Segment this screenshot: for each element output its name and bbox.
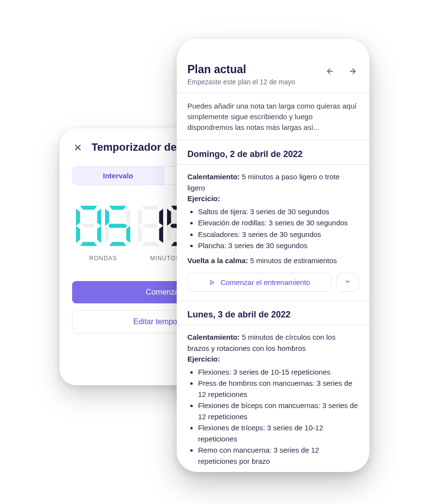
svg-marker-3 xyxy=(81,224,96,228)
list-item: Flexiones: 3 series de 10-15 repeticione… xyxy=(198,367,359,378)
day-block: Lunes, 3 de abril de 2022 Calentamiento:… xyxy=(177,301,369,472)
list-item: Remo con mancuerna: 3 series de 12 repet… xyxy=(198,445,359,467)
warmup-label: Calentamiento: xyxy=(187,333,240,341)
chevron-down-icon xyxy=(344,278,351,287)
rounds-digits[interactable] xyxy=(76,205,130,246)
close-icon[interactable]: ✕ xyxy=(72,142,84,153)
svg-marker-20 xyxy=(142,242,159,246)
svg-marker-16 xyxy=(159,209,163,226)
svg-marker-5 xyxy=(97,226,101,243)
play-icon xyxy=(209,279,215,286)
svg-marker-10 xyxy=(108,224,127,228)
svg-marker-6 xyxy=(80,242,97,246)
plan-nav xyxy=(324,63,359,77)
day-more-button[interactable] xyxy=(336,273,359,292)
svg-marker-1 xyxy=(76,209,80,226)
rounds-label: RONDAS xyxy=(89,255,117,262)
day-body: Calentamiento: 5 minutos de círculos con… xyxy=(177,325,369,467)
svg-marker-2 xyxy=(97,209,101,226)
list-item: Flexiones de bíceps con mancuernas: 3 se… xyxy=(198,400,359,422)
svg-marker-0 xyxy=(80,205,97,209)
list-item: Escaladores: 3 series de 30 segundos xyxy=(198,229,359,240)
svg-marker-25 xyxy=(167,226,171,243)
svg-marker-15 xyxy=(138,209,142,226)
tab-interval[interactable]: Intervalo xyxy=(72,166,164,185)
warmup-label: Calentamiento: xyxy=(187,173,240,181)
svg-marker-17 xyxy=(143,224,158,228)
start-workout-button[interactable]: Comenzar el entrenamiento xyxy=(187,273,332,292)
day-body: Calentamiento: 5 minutos a paso ligero o… xyxy=(177,165,369,266)
list-item: Press de hombros con mancuernas: 3 serie… xyxy=(198,378,359,400)
arrow-left-icon[interactable] xyxy=(324,66,335,77)
arrow-right-icon[interactable] xyxy=(348,66,359,77)
svg-marker-19 xyxy=(159,226,163,243)
plan-header: Plan actual Empezaste este plan el 12 de… xyxy=(177,39,369,93)
svg-marker-4 xyxy=(76,226,80,243)
exercise-list: Flexiones: 3 series de 10-15 repeticione… xyxy=(187,367,359,467)
page-title: Plan actual xyxy=(187,63,295,76)
list-item: Flexiones de tríceps: 3 series de 10-12 … xyxy=(198,423,359,444)
svg-marker-9 xyxy=(126,209,130,226)
minutes-label: MINUTOS xyxy=(150,255,180,262)
svg-marker-13 xyxy=(109,242,126,246)
svg-marker-22 xyxy=(167,209,171,226)
svg-marker-7 xyxy=(109,205,126,209)
day-block: Domingo, 2 de abril de 2022 Calentamient… xyxy=(177,141,369,301)
list-item: Saltos de tijera: 3 series de 30 segundo… xyxy=(198,206,359,218)
start-workout-label: Comenzar el entrenamiento xyxy=(220,278,310,286)
plan-note[interactable]: Puedes añadir una nota tan larga como qu… xyxy=(177,93,369,141)
day-actions: Comenzar el entrenamiento xyxy=(177,266,369,292)
cooldown-label: Vuelta a la calma: xyxy=(187,256,248,265)
svg-marker-18 xyxy=(138,226,142,243)
workout-label: Ejercicio: xyxy=(187,193,359,205)
svg-marker-8 xyxy=(105,209,109,226)
list-item: Elevación de rodillas: 3 series de 30 se… xyxy=(198,218,359,229)
day-title: Domingo, 2 de abril de 2022 xyxy=(177,141,369,165)
rounds-group: RONDAS xyxy=(76,205,130,262)
day-title: Lunes, 3 de abril de 2022 xyxy=(177,301,369,325)
svg-marker-12 xyxy=(126,226,130,243)
svg-marker-14 xyxy=(142,205,159,209)
cooldown-text: 5 minutos de estiramientos xyxy=(248,256,336,265)
page-subtitle: Empezaste este plan el 12 de mayo xyxy=(187,78,295,86)
workout-label: Ejercicio: xyxy=(187,354,359,365)
plan-card: Plan actual Empezaste este plan el 12 de… xyxy=(177,39,369,472)
svg-marker-11 xyxy=(105,226,109,243)
list-item: Plancha: 3 series de 30 segundos xyxy=(198,240,359,252)
exercise-list: Saltos de tijera: 3 series de 30 segundo… xyxy=(187,206,359,252)
